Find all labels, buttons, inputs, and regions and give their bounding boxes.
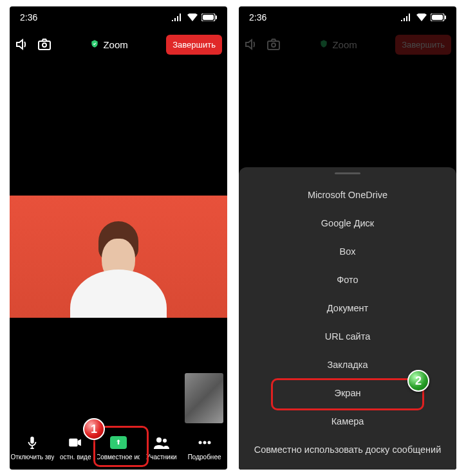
title-text: Zoom	[103, 39, 127, 50]
participants-button[interactable]: Участники	[140, 434, 183, 461]
camera-switch-icon[interactable]	[37, 37, 52, 52]
share-upload-icon	[110, 436, 127, 449]
shield-icon	[319, 39, 328, 50]
more-button[interactable]: Подробнее	[183, 434, 226, 461]
share-option-onedrive[interactable]: Microsoft OneDrive	[239, 181, 456, 209]
phone-screen-2: 2:36 Zoom Завершить Microsoft OneDrive G…	[239, 6, 456, 470]
share-option-gdrive[interactable]: Google Диск	[239, 209, 456, 237]
participants-label: Участники	[146, 453, 177, 461]
svg-rect-1	[216, 15, 217, 19]
end-meeting-button: Завершить	[395, 35, 451, 55]
top-bar: Zoom Завершить	[239, 28, 456, 60]
phone-screen-1: 2:36 Zoom Завершить Отк	[10, 6, 227, 470]
more-icon	[198, 440, 212, 445]
video-label: остн. виде	[60, 453, 91, 461]
share-option-camera[interactable]: Камера	[239, 407, 456, 435]
self-view-pip[interactable]	[185, 373, 223, 423]
video-icon	[68, 437, 82, 448]
signal-icon	[401, 14, 413, 21]
mute-label: Отключить зву	[11, 453, 54, 461]
share-option-bookmark[interactable]: Закладка	[239, 351, 456, 379]
svg-point-8	[163, 439, 167, 443]
meeting-title: Zoom	[59, 39, 160, 50]
battery-icon	[201, 14, 217, 21]
share-sheet: Microsoft OneDrive Google Диск Box Фото …	[239, 167, 456, 470]
svg-rect-14	[432, 15, 443, 20]
svg-point-11	[207, 441, 210, 444]
sheet-handle[interactable]	[335, 172, 360, 174]
share-option-document[interactable]: Документ	[239, 294, 456, 322]
share-option-box[interactable]: Box	[239, 237, 456, 266]
meeting-title: Zoom	[288, 39, 389, 50]
bottom-toolbar: Отключить зву остн. виде Совместное ис У…	[10, 425, 227, 470]
video-button[interactable]: остн. виде	[54, 434, 97, 461]
more-label: Подробнее	[188, 453, 221, 461]
status-time: 2:36	[20, 12, 37, 23]
share-option-url[interactable]: URL сайта	[239, 322, 456, 351]
camera-switch-icon	[266, 37, 281, 52]
signal-icon	[172, 14, 183, 21]
end-meeting-button[interactable]: Завершить	[166, 35, 222, 55]
share-option-whiteboard[interactable]: Совместно использовать доску сообщений	[239, 435, 456, 464]
share-option-photo[interactable]: Фото	[239, 266, 456, 294]
mute-button[interactable]: Отключить зву	[11, 434, 54, 461]
svg-rect-5	[31, 436, 35, 443]
share-label: Совместное ис	[97, 453, 140, 461]
speaker-icon	[244, 37, 259, 52]
status-icons	[172, 14, 217, 21]
svg-point-10	[203, 441, 206, 444]
battery-icon	[431, 14, 446, 21]
wifi-icon	[416, 14, 427, 21]
share-option-screen[interactable]: Экран	[239, 379, 456, 407]
svg-rect-3	[39, 41, 50, 50]
status-time: 2:36	[249, 12, 266, 23]
svg-point-9	[198, 441, 201, 444]
speaker-icon[interactable]	[15, 37, 30, 52]
status-bar: 2:36	[10, 6, 227, 28]
participants-icon	[154, 436, 169, 449]
svg-rect-13	[445, 15, 446, 19]
svg-point-4	[42, 43, 46, 47]
svg-rect-15	[268, 41, 279, 50]
status-bar: 2:36	[239, 6, 456, 28]
wifi-icon	[187, 14, 198, 21]
top-bar: Zoom Завершить	[10, 28, 227, 60]
title-text: Zoom	[332, 39, 357, 50]
mic-icon	[25, 435, 39, 450]
shield-icon	[90, 39, 99, 50]
svg-rect-6	[69, 438, 77, 446]
svg-point-16	[272, 43, 275, 47]
status-icons	[401, 14, 446, 21]
share-button[interactable]: Совместное ис	[97, 434, 140, 461]
svg-rect-2	[203, 15, 214, 20]
svg-point-7	[156, 437, 162, 443]
main-video	[10, 196, 227, 318]
video-area	[10, 60, 227, 425]
